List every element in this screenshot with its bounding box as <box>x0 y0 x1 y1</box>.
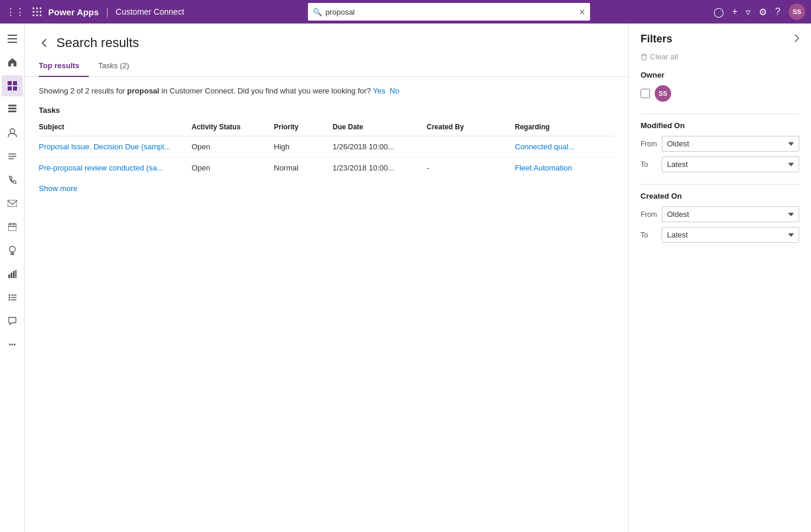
col-activity-status: Activity Status <box>192 118 274 136</box>
subject-link-1[interactable]: Proposal Issue. Decision Due (sampl... <box>39 142 170 151</box>
created-from-select[interactable]: Oldest Latest Custom <box>662 206 799 222</box>
cell-duedate-2: 1/23/2018 10:00... <box>333 158 427 179</box>
plus-icon[interactable]: + <box>732 6 738 17</box>
top-navigation: ⋮⋮ Power Apps | Customer Connect 🔍 ✕ ◯ +… <box>0 0 811 24</box>
created-to-label: To <box>641 231 657 239</box>
sidebar-records-icon[interactable] <box>2 99 23 120</box>
filter-collapse-button[interactable] <box>795 34 799 45</box>
owner-filter-section: Owner SS <box>641 71 799 102</box>
tabs-bar: Top results Tasks (2) <box>25 56 628 77</box>
results-table: Subject Activity Status Priority Due Dat… <box>39 118 614 178</box>
owner-checkbox-input[interactable] <box>641 89 650 98</box>
col-regarding: Regarding <box>515 118 614 136</box>
cell-regarding-1: Connected qual... <box>515 136 614 158</box>
modified-from-row: From Oldest Latest Custom <box>641 136 799 152</box>
sidebar-dashboard-icon[interactable] <box>2 75 23 96</box>
tab-top-results[interactable]: Top results <box>39 56 89 77</box>
tasks-section: Tasks Subject Activity Status Priority D… <box>25 101 628 199</box>
sidebar-lists-icon[interactable] <box>2 287 23 308</box>
modified-to-select[interactable]: Latest Oldest Custom <box>662 156 799 172</box>
cell-createdby-1 <box>427 136 515 158</box>
main-content: Search results Top results Tasks (2) Sho… <box>25 24 629 532</box>
svg-rect-10 <box>8 38 17 39</box>
svg-point-7 <box>36 15 38 16</box>
compass-icon[interactable]: ◯ <box>713 6 724 18</box>
regarding-link-2[interactable]: Fleet Automation <box>515 163 572 172</box>
settings-icon[interactable]: ⚙ <box>759 6 767 18</box>
svg-point-30 <box>9 344 11 346</box>
cell-subject-2: Pre-proposal review conducted (sa... <box>39 158 192 179</box>
sidebar-insights-icon[interactable] <box>2 240 23 261</box>
help-icon[interactable]: ? <box>775 6 780 17</box>
modified-to-label: To <box>641 160 657 169</box>
sidebar-more-icon[interactable] <box>2 334 23 355</box>
created-from-label: From <box>641 210 657 219</box>
regarding-link-1[interactable]: Connected qual... <box>515 142 575 151</box>
filter-title: Filters <box>641 33 672 45</box>
svg-point-22 <box>9 246 15 252</box>
table-row: Proposal Issue. Decision Due (sampl... O… <box>39 136 614 158</box>
yes-link[interactable]: Yes <box>373 86 385 95</box>
svg-point-6 <box>33 15 35 16</box>
col-priority: Priority <box>274 118 333 136</box>
back-button[interactable] <box>39 37 51 49</box>
owner-avatar[interactable]: SS <box>655 85 671 102</box>
sidebar-phone-icon[interactable] <box>2 169 23 190</box>
sidebar-calendar-icon[interactable] <box>2 216 23 237</box>
sidebar-reports-icon[interactable] <box>2 263 23 285</box>
modified-on-section: Modified On From Oldest Latest Custom To… <box>641 121 799 172</box>
sidebar-contacts-icon[interactable] <box>2 122 23 143</box>
page-title: Search results <box>56 35 139 51</box>
sidebar-home-icon[interactable] <box>2 52 23 73</box>
filter-panel-header: Filters <box>641 33 799 45</box>
subject-link-2[interactable]: Pre-proposal review conducted (sa... <box>39 163 163 172</box>
svg-point-28 <box>8 297 10 299</box>
cell-priority-1: High <box>274 136 333 158</box>
sidebar-tasks-icon[interactable] <box>2 146 23 167</box>
tab-tasks[interactable]: Tasks (2) <box>89 56 139 77</box>
cell-status-1: Open <box>192 136 274 158</box>
clear-search-icon[interactable]: ✕ <box>579 8 585 16</box>
cell-createdby-2: - <box>427 158 515 179</box>
cell-duedate-1: 1/26/2018 10:00... <box>333 136 427 158</box>
svg-point-5 <box>40 11 42 13</box>
created-on-title: Created On <box>641 192 799 200</box>
filter-icon[interactable]: ▿ <box>746 6 750 18</box>
col-created-by: Created By <box>427 118 515 136</box>
svg-rect-20 <box>8 200 17 207</box>
show-more-link[interactable]: Show more <box>39 178 78 199</box>
modified-from-select[interactable]: Oldest Latest Custom <box>662 136 799 152</box>
sidebar-menu-icon[interactable] <box>2 28 23 49</box>
main-layout: Search results Top results Tasks (2) Sho… <box>0 24 811 532</box>
owner-filter-title: Owner <box>641 71 799 79</box>
results-prefix: Showing 2 of 2 results for <box>39 86 127 95</box>
cell-status-2: Open <box>192 158 274 179</box>
owner-checkboxes: SS <box>641 85 799 102</box>
svg-rect-23 <box>8 275 10 278</box>
results-suffix: in Customer Connect. Did you find what y… <box>159 86 371 95</box>
svg-rect-13 <box>13 81 17 85</box>
svg-point-2 <box>40 8 42 9</box>
user-avatar[interactable]: SS <box>789 4 805 20</box>
filter-divider-2 <box>641 184 799 185</box>
search-input[interactable] <box>326 8 575 16</box>
grid-menu-icon[interactable]: ⋮⋮ <box>6 6 25 18</box>
cell-priority-2: Normal <box>274 158 333 179</box>
created-on-section: Created On From Oldest Latest Custom To … <box>641 192 799 243</box>
grid-dots-icon[interactable] <box>32 6 42 17</box>
app-context: Customer Connect <box>116 7 185 16</box>
tasks-section-title: Tasks <box>39 101 614 118</box>
svg-rect-11 <box>8 42 17 43</box>
svg-point-27 <box>8 295 10 296</box>
svg-rect-14 <box>8 86 12 91</box>
no-link[interactable]: No <box>390 86 400 95</box>
created-to-select[interactable]: Latest Oldest Custom <box>662 227 799 243</box>
sidebar-chat-icon[interactable] <box>2 310 23 332</box>
clear-all-button[interactable]: Clear all <box>641 52 678 61</box>
modified-on-title: Modified On <box>641 121 799 130</box>
created-from-row: From Oldest Latest Custom <box>641 206 799 222</box>
modified-to-row: To Latest Oldest Custom <box>641 156 799 172</box>
sidebar-email-icon[interactable] <box>2 193 23 214</box>
svg-point-0 <box>33 8 35 9</box>
col-subject: Subject <box>39 118 192 136</box>
